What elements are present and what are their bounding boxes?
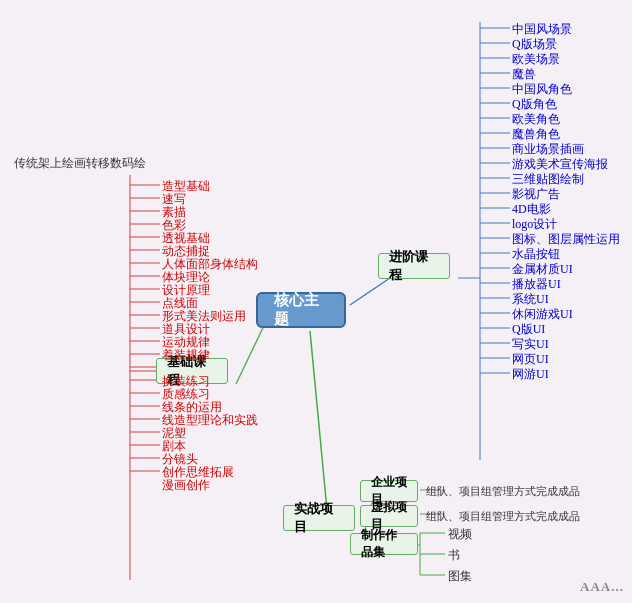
core-node: 核心主题 — [256, 292, 346, 328]
basic-item-23: 漫画创作 — [162, 477, 210, 494]
advanced-label: 进阶课程 — [389, 248, 439, 284]
branch-practice: 实战项目 — [283, 505, 355, 531]
watermark: AAA... — [580, 579, 624, 595]
left-top-label: 传统架上绘画转移数码绘 — [14, 155, 146, 172]
branch-advanced: 进阶课程 — [378, 253, 450, 279]
practice-label: 实战项目 — [294, 500, 344, 536]
enterprise-desc: 组队、项目组管理方式完成成品 — [426, 484, 580, 499]
svg-line-1 — [350, 278, 390, 305]
sub-portfolio: 制作作品集 — [350, 533, 418, 555]
portfolio-item-2: 书 — [448, 547, 460, 564]
virtual-desc: 组队、项目组管理方式完成成品 — [426, 509, 580, 524]
basic-item-14: 着装规律 — [162, 347, 210, 364]
core-label: 核心主题 — [274, 291, 328, 329]
portfolio-item-1: 视频 — [448, 526, 472, 543]
adv-item-24: 网游UI — [512, 366, 549, 383]
sub-virtual: 虚拟项目 — [360, 505, 418, 527]
portfolio-item-3: 图集 — [448, 568, 472, 585]
mind-map-canvas: 核心主题 基础课程 进阶课程 实战项目 传统架上绘画转移数码绘 造型基础 速写 … — [0, 0, 632, 603]
